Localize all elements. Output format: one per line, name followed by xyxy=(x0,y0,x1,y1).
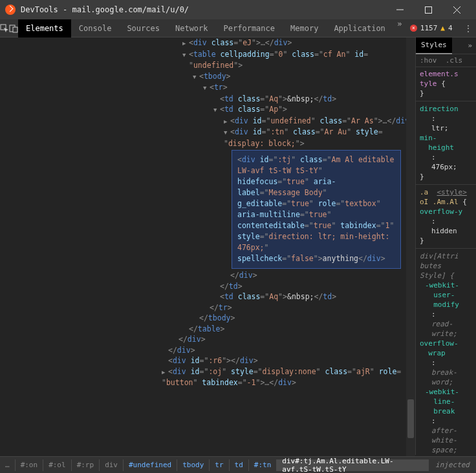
tree-line[interactable]: <table cellpadding="0" class="cf An" id= xyxy=(0,49,415,61)
app-icon xyxy=(5,5,16,15)
minimize-button[interactable] xyxy=(385,1,414,19)
tree-line[interactable]: </div> xyxy=(0,345,415,356)
tree-line[interactable]: <div id=":tn" class="Ar Au" style= xyxy=(0,127,415,138)
more-styles-tabs-icon[interactable]: » xyxy=(452,41,476,50)
selected-node[interactable]: <div id=":tj" class="Am Al editable LW-a… xyxy=(232,150,401,269)
breadcrumb-item[interactable]: div#:tj.Am.Al.editable.LW-avf.tS-tW.tS-t… xyxy=(277,459,429,471)
breadcrumb-item[interactable]: #undefined xyxy=(124,459,177,471)
styles-rules[interactable]: element.style {}direction:ltr;min- heigh… xyxy=(416,67,476,467)
devtools-toolbar: Elements Console Sources Network Perform… xyxy=(0,19,476,37)
hov-toggle[interactable]: :hov xyxy=(420,56,437,65)
tab-elements[interactable]: Elements xyxy=(18,19,71,37)
injected-label: injected xyxy=(429,461,476,469)
breadcrumb-item[interactable]: … xyxy=(0,459,16,471)
tree-line[interactable]: "undefined"> xyxy=(0,60,415,71)
tree-line[interactable]: "display: block;"> xyxy=(0,138,415,149)
tab-console[interactable]: Console xyxy=(71,19,120,37)
elements-tree[interactable]: <div class="eJ">…</div><table cellpaddin… xyxy=(0,37,415,455)
breadcrumb: …#:on#:ol#:rpdiv#undefinedtbodytrtd#:tnd… xyxy=(0,456,476,473)
tab-sources[interactable]: Sources xyxy=(119,19,168,37)
tree-line[interactable]: </table> xyxy=(0,324,415,335)
breadcrumb-item[interactable]: tbody xyxy=(177,459,210,471)
breadcrumb-item[interactable]: #:tn xyxy=(249,459,277,471)
tree-line[interactable]: <div id=":r6"></div> xyxy=(0,355,415,366)
error-icon: × xyxy=(410,25,417,32)
tree-line[interactable]: </div> xyxy=(0,270,415,281)
close-button[interactable] xyxy=(442,1,471,19)
tree-line[interactable]: <td class="Aq">&nbsp;</td> xyxy=(0,94,415,105)
breadcrumb-item[interactable]: td xyxy=(230,459,249,471)
breadcrumb-item[interactable]: #:on xyxy=(16,459,44,471)
window-title: DevTools - mail.google.com/mail/u/0/ xyxy=(21,5,189,14)
tree-line[interactable]: <div id="undefined" class="Ar As">…</div… xyxy=(0,116,415,127)
tree-line[interactable]: <tr> xyxy=(0,82,415,94)
inspect-element-icon[interactable] xyxy=(0,19,9,37)
styles-pane: Styles » :hov .cls element.style {}direc… xyxy=(415,37,476,455)
tab-memory[interactable]: Memory xyxy=(283,19,326,37)
tree-line[interactable]: </tr> xyxy=(0,302,415,313)
breadcrumb-item[interactable]: #:ol xyxy=(43,459,72,471)
cls-toggle[interactable]: .cls xyxy=(446,56,463,65)
styles-tab[interactable]: Styles xyxy=(416,37,452,54)
svg-rect-3 xyxy=(13,27,17,32)
kebab-menu-icon[interactable]: ⋮ xyxy=(459,23,476,34)
styles-filter-row[interactable]: :hov .cls xyxy=(416,54,476,67)
tree-line[interactable]: </div> xyxy=(0,334,415,345)
tree-line[interactable]: <div id=":oj" style="display:none" class… xyxy=(0,366,415,378)
tab-network[interactable]: Network xyxy=(168,19,216,37)
device-toggle-icon[interactable] xyxy=(9,19,18,37)
more-tabs-icon[interactable]: » xyxy=(393,19,406,37)
breadcrumb-item[interactable]: div xyxy=(100,459,124,471)
tree-line[interactable]: <td class="Aq">&nbsp;</td> xyxy=(0,291,415,302)
tree-line[interactable]: <div class="eJ">…</div> xyxy=(0,37,415,49)
tab-performance[interactable]: Performance xyxy=(216,19,283,37)
panel-tabs: Elements Console Sources Network Perform… xyxy=(18,19,406,37)
window-titlebar: DevTools - mail.google.com/mail/u/0/ xyxy=(0,0,476,19)
status-counters[interactable]: × 1157 ▲ 4 xyxy=(406,24,459,32)
tree-line[interactable]: "button" tabindex="-1">…</div> xyxy=(0,377,415,388)
scroll-thumb[interactable] xyxy=(407,399,414,438)
breadcrumb-item[interactable]: #:rp xyxy=(72,459,100,471)
breadcrumb-item[interactable]: tr xyxy=(210,459,229,471)
svg-rect-0 xyxy=(425,6,431,13)
elements-scrollbar[interactable] xyxy=(406,37,415,456)
error-count: 1157 xyxy=(420,24,438,32)
tree-line[interactable]: </tbody> xyxy=(0,313,415,324)
maximize-button[interactable] xyxy=(414,1,442,19)
tab-application[interactable]: Application xyxy=(326,19,393,37)
warn-count: 4 xyxy=(448,24,453,32)
warn-icon: ▲ xyxy=(440,24,445,32)
tree-line[interactable]: </td> xyxy=(0,281,415,292)
tree-line[interactable]: <td class="Ap"> xyxy=(0,104,415,116)
tree-line[interactable]: <tbody> xyxy=(0,71,415,83)
